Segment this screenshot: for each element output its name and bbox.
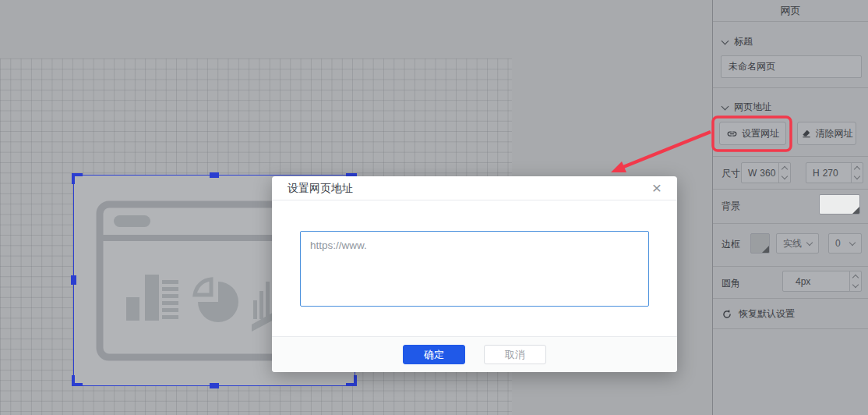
section-divider <box>713 87 868 88</box>
cancel-button[interactable]: 取消 <box>484 345 546 364</box>
section-divider <box>713 328 868 329</box>
section-divider <box>713 189 868 190</box>
close-icon[interactable]: × <box>647 178 666 198</box>
app-stage: 网页 标题 未命名网页 网页地址 设置网址 清除网址 <box>0 0 868 415</box>
properties-panel: 网页 标题 未命名网页 网页地址 设置网址 清除网址 <box>712 0 868 415</box>
set-url-dialog: 设置网页地址 × https://www. 确定 取消 <box>272 176 677 372</box>
size-label: 尺寸 <box>722 167 740 180</box>
chevron-down-icon <box>722 37 729 44</box>
width-value: 360 <box>760 168 775 179</box>
annotation-arrow-line <box>623 132 711 167</box>
eraser-icon <box>801 128 812 139</box>
width-stepper[interactable] <box>778 163 790 183</box>
background-color-swatch[interactable] <box>819 194 860 215</box>
radius-label: 圆角 <box>722 277 740 290</box>
selection-mid-handle-top[interactable] <box>210 172 219 178</box>
swatch-corner-icon <box>762 246 769 253</box>
chevron-down-icon <box>722 102 729 110</box>
set-url-button[interactable]: 设置网址 <box>719 122 786 145</box>
radius-field[interactable]: 4px <box>782 271 862 292</box>
stepper-down-icon[interactable] <box>854 173 860 179</box>
border-width-select[interactable]: 0 <box>828 233 862 254</box>
annotation-arrow-head <box>611 161 626 172</box>
link-icon <box>726 128 738 140</box>
section-divider <box>713 298 868 299</box>
width-prefix: W <box>748 168 757 179</box>
width-field[interactable]: W 360 <box>741 162 791 183</box>
height-prefix: H <box>813 168 820 179</box>
stepper-down-icon[interactable] <box>852 282 859 288</box>
border-label: 边框 <box>722 238 740 251</box>
selection-mid-handle-left[interactable] <box>71 275 76 285</box>
reset-defaults-button[interactable]: 恢复默认设置 <box>722 307 795 321</box>
selection-corner-handle[interactable] <box>346 375 357 386</box>
dialog-header: 设置网页地址 × <box>272 176 677 200</box>
stepper-up-icon[interactable] <box>782 166 788 172</box>
section-url-header[interactable]: 网页地址 <box>722 101 771 114</box>
section-divider <box>713 156 868 157</box>
stepper-up-icon[interactable] <box>852 275 859 281</box>
clear-url-button[interactable]: 清除网址 <box>797 122 856 145</box>
set-url-label: 设置网址 <box>742 127 779 140</box>
confirm-button[interactable]: 确定 <box>403 345 465 364</box>
selection-mid-handle-bottom[interactable] <box>210 383 219 388</box>
chevron-down-icon <box>806 239 813 246</box>
border-width-value: 0 <box>835 238 841 249</box>
dialog-footer: 确定 取消 <box>272 336 677 372</box>
height-stepper[interactable] <box>851 163 863 183</box>
border-style-select[interactable]: 实线 <box>776 233 819 254</box>
stepper-down-icon[interactable] <box>782 173 788 179</box>
radius-stepper[interactable] <box>849 271 861 291</box>
radius-value: 4px <box>796 276 810 287</box>
selection-corner-handle[interactable] <box>72 173 83 184</box>
chevron-down-icon <box>849 239 856 246</box>
background-label: 背景 <box>722 200 740 213</box>
section-title-header[interactable]: 标题 <box>722 35 753 48</box>
stepper-up-icon[interactable] <box>854 166 860 172</box>
dialog-title: 设置网页地址 <box>288 176 353 200</box>
reset-icon <box>722 309 732 320</box>
url-textarea-value: https://www. <box>310 239 367 251</box>
section-divider <box>713 266 868 267</box>
page-name-input[interactable]: 未命名网页 <box>721 55 862 78</box>
height-value: 270 <box>823 168 838 179</box>
section-url-label: 网页地址 <box>734 101 771 114</box>
height-field[interactable]: H 270 <box>806 162 863 183</box>
section-title-label: 标题 <box>734 35 753 48</box>
page-name-value: 未命名网页 <box>729 60 775 73</box>
selection-corner-handle[interactable] <box>72 375 83 386</box>
section-divider <box>713 223 868 224</box>
swatch-corner-icon <box>852 207 859 214</box>
url-textarea[interactable]: https://www. <box>300 231 649 307</box>
reset-defaults-label: 恢复默认设置 <box>739 307 795 321</box>
border-color-swatch[interactable] <box>750 233 770 254</box>
border-style-value: 实线 <box>783 237 802 250</box>
clear-url-label: 清除网址 <box>816 127 853 140</box>
panel-title: 网页 <box>713 0 868 22</box>
